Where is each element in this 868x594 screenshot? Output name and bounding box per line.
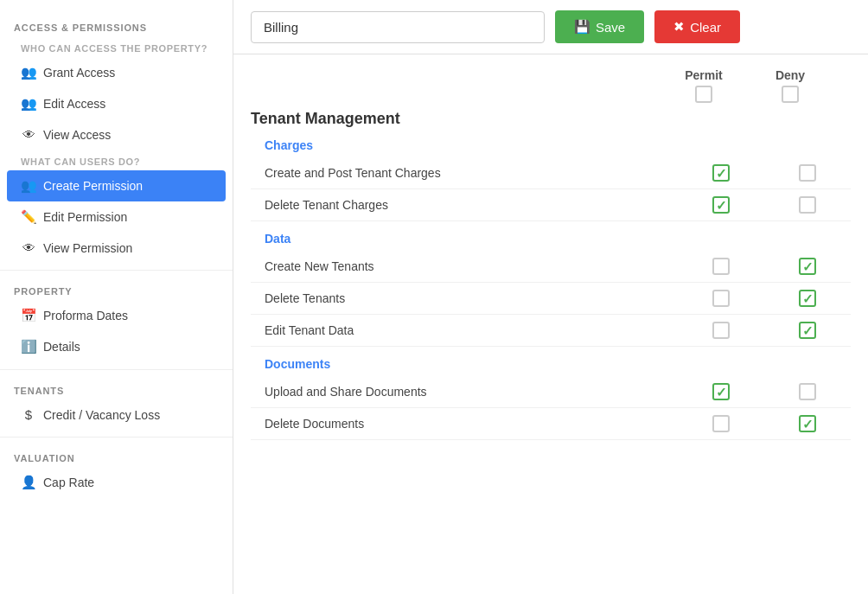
deny-checkbox[interactable]: [799, 383, 816, 400]
clear-icon: ✖: [673, 19, 685, 35]
section-title: Tenant Management: [251, 110, 851, 128]
permission-row: Delete Documents: [251, 408, 851, 440]
main-panel: 💾 Save ✖ Clear Permit Deny: [233, 0, 868, 594]
save-button[interactable]: 💾 Save: [555, 10, 644, 43]
permit-col-header: Permit: [661, 68, 747, 103]
edit-access-icon: 👥: [21, 96, 36, 112]
clear-button[interactable]: ✖ Clear: [654, 10, 740, 43]
deny-col-header: Deny: [747, 68, 833, 103]
permit-checkbox[interactable]: [712, 415, 730, 432]
permission-row: Upload and Share Documents: [251, 376, 851, 408]
deny-cell: [764, 164, 851, 182]
permission-label: Create New Tenants: [265, 259, 678, 273]
details-label: Details: [43, 340, 80, 354]
permit-cell: [678, 322, 764, 339]
sidebar-item-edit-permission[interactable]: ✏️ Edit Permission: [0, 201, 233, 233]
sidebar: Access & Permissions Who Can Access The …: [0, 0, 233, 594]
subsections-container: ChargesCreate and Post Tenant ChargesDel…: [251, 138, 851, 440]
permission-label: Delete Tenant Charges: [265, 198, 678, 212]
permission-label: Edit Tenant Data: [265, 323, 678, 337]
save-icon: 💾: [574, 19, 590, 35]
permit-cell: [678, 196, 764, 214]
view-permission-icon: 👁: [21, 240, 36, 255]
deny-checkbox[interactable]: [799, 415, 816, 432]
section-valuation-label: Valuation: [0, 444, 233, 467]
create-permission-icon: 👥: [21, 178, 36, 194]
deny-cell: [764, 196, 851, 214]
permit-checkbox[interactable]: [712, 258, 730, 275]
deny-checkbox[interactable]: [799, 164, 816, 182]
sidebar-item-grant-access[interactable]: 👥 Grant Access: [0, 57, 233, 88]
permission-row: Create New Tenants: [251, 251, 851, 283]
permit-checkbox[interactable]: [712, 164, 730, 182]
proforma-dates-icon: 📅: [21, 308, 36, 323]
cap-rate-icon: 👤: [21, 475, 36, 490]
deny-cell: [764, 383, 851, 400]
subsection-title-charges: Charges: [265, 138, 851, 152]
create-permission-label: Create Permission: [43, 179, 143, 193]
section-access-label: Access & Permissions: [0, 14, 233, 36]
edit-permission-label: Edit Permission: [43, 210, 127, 224]
save-label: Save: [596, 20, 625, 35]
credit-vacancy-icon: $: [21, 407, 36, 422]
section-tenants-label: Tenants: [0, 377, 233, 399]
edit-permission-icon: ✏️: [21, 209, 36, 225]
sidebar-item-details[interactable]: ℹ️ Details: [0, 331, 233, 362]
sidebar-item-credit-vacancy[interactable]: $ Credit / Vacancy Loss: [0, 399, 233, 430]
subsection-charges: ChargesCreate and Post Tenant ChargesDel…: [251, 138, 851, 221]
deny-cell: [764, 415, 851, 432]
section-property-label: Property: [0, 278, 233, 300]
credit-vacancy-label: Credit / Vacancy Loss: [43, 408, 160, 422]
name-input[interactable]: [251, 11, 545, 43]
permission-label: Upload and Share Documents: [265, 385, 678, 399]
view-access-icon: 👁: [21, 127, 36, 142]
view-access-label: View Access: [43, 128, 111, 142]
subsection-title-documents: Documents: [265, 357, 851, 371]
sidebar-divider-3: [0, 437, 233, 438]
deny-checkbox[interactable]: [799, 322, 816, 339]
permission-row: Delete Tenants: [251, 283, 851, 315]
sidebar-item-view-permission[interactable]: 👁 View Permission: [0, 233, 233, 263]
sidebar-divider-2: [0, 369, 233, 370]
deny-all-checkbox[interactable]: [782, 86, 799, 103]
deny-cell: [764, 258, 851, 275]
sidebar-item-create-permission[interactable]: 👥 Create Permission: [7, 170, 226, 201]
permission-label: Delete Tenants: [265, 291, 678, 305]
grant-access-icon: 👥: [21, 65, 36, 80]
subsection-documents: DocumentsUpload and Share DocumentsDelet…: [251, 357, 851, 440]
sidebar-item-proforma-dates[interactable]: 📅 Proforma Dates: [0, 300, 233, 331]
view-permission-label: View Permission: [43, 241, 132, 255]
permit-checkbox[interactable]: [712, 322, 730, 339]
permit-checkbox[interactable]: [712, 290, 730, 307]
edit-access-label: Edit Access: [43, 97, 105, 111]
deny-checkbox[interactable]: [799, 290, 816, 307]
sidebar-item-edit-access[interactable]: 👥 Edit Access: [0, 88, 233, 119]
permit-cell: [678, 415, 764, 432]
clear-label: Clear: [690, 20, 721, 35]
deny-cell: [764, 290, 851, 307]
sidebar-divider-1: [0, 270, 233, 271]
topbar: 💾 Save ✖ Clear: [233, 0, 868, 54]
permit-all-checkbox[interactable]: [695, 86, 712, 103]
subsection-title-data: Data: [265, 232, 851, 246]
permit-checkbox[interactable]: [712, 196, 730, 214]
what-can-users-label: What Can Users Do?: [0, 150, 233, 170]
cap-rate-label: Cap Rate: [43, 476, 94, 489]
permission-label: Create and Post Tenant Charges: [265, 166, 678, 180]
permission-row: Create and Post Tenant Charges: [251, 157, 851, 189]
permit-cell: [678, 164, 764, 182]
deny-checkbox[interactable]: [799, 258, 816, 275]
permit-checkbox[interactable]: [712, 383, 730, 400]
subsection-data: DataCreate New TenantsDelete TenantsEdit…: [251, 232, 851, 347]
grant-access-label: Grant Access: [43, 66, 115, 80]
details-icon: ℹ️: [21, 339, 36, 354]
permission-row: Edit Tenant Data: [251, 315, 851, 347]
permit-cell: [678, 290, 764, 307]
sidebar-item-cap-rate[interactable]: 👤 Cap Rate: [0, 467, 233, 498]
content-area: Permit Deny Tenant Management ChargesCre…: [233, 54, 868, 594]
permission-label: Delete Documents: [265, 417, 678, 431]
deny-checkbox[interactable]: [799, 196, 816, 214]
proforma-dates-label: Proforma Dates: [43, 309, 128, 323]
permit-cell: [678, 383, 764, 400]
sidebar-item-view-access[interactable]: 👁 View Access: [0, 119, 233, 150]
